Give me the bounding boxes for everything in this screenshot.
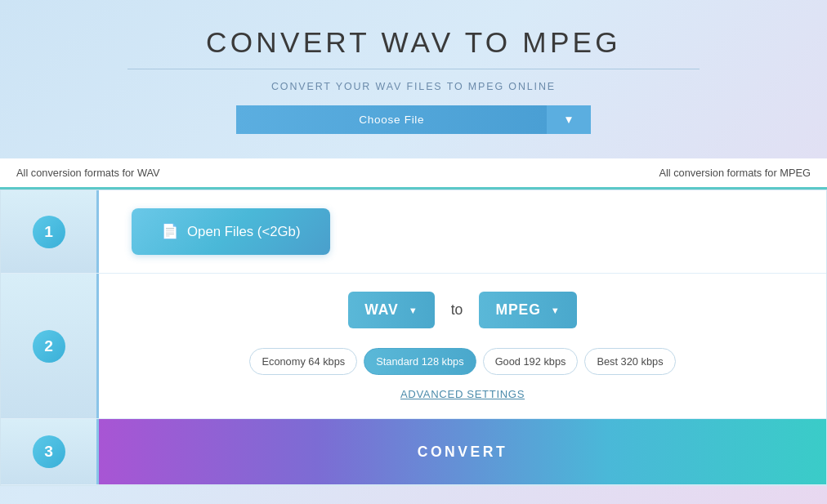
step-1-row: 1 📄 Open Files (<2Gb) (1, 190, 826, 274)
step-1-number-col: 1 (1, 190, 99, 273)
format-links-bar: All conversion formats for WAV All conve… (0, 158, 827, 190)
page-header: CONVERT WAV TO MPEG CONVERT YOUR WAV FIL… (0, 0, 827, 147)
steps-container: 1 📄 Open Files (<2Gb) 2 WAV ▼ to (0, 190, 827, 486)
conversion-row: WAV ▼ to MPEG ▼ (348, 292, 576, 328)
step-1-content: 📄 Open Files (<2Gb) (99, 190, 826, 273)
to-label: to (451, 301, 463, 319)
step-3-number-col: 3 (1, 419, 99, 484)
step-2-content: WAV ▼ to MPEG ▼ Economy 64 kbps Standard… (99, 274, 826, 418)
convert-button[interactable]: CONVERT (99, 419, 826, 484)
open-files-button[interactable]: 📄 Open Files (<2Gb) (132, 208, 330, 255)
quality-economy-button[interactable]: Economy 64 kbps (249, 348, 357, 375)
upload-bar: Choose File ▼ (16, 105, 811, 134)
step-3-content: CONVERT (99, 419, 826, 484)
quality-row: Economy 64 kbps Standard 128 kbps Good 1… (249, 348, 675, 375)
page-title: CONVERT WAV TO MPEG (16, 26, 811, 59)
step-2-row: 2 WAV ▼ to MPEG ▼ Economy 64 kbps Standa… (1, 274, 826, 419)
step-2-number-col: 2 (1, 274, 99, 418)
from-format-dropdown[interactable]: WAV ▼ (348, 292, 434, 328)
header-divider (127, 69, 700, 69)
to-format-dropdown[interactable]: MPEG ▼ (479, 292, 576, 328)
file-icon: 📄 (161, 223, 179, 240)
from-chevron-icon: ▼ (409, 306, 418, 315)
mpeg-formats-link[interactable]: All conversion formats for MPEG (659, 167, 811, 179)
upload-more-button[interactable]: ▼ (547, 105, 590, 134)
step-1-circle: 1 (33, 216, 65, 248)
step-3-circle: 3 (33, 435, 65, 468)
wav-formats-link[interactable]: All conversion formats for WAV (16, 167, 160, 179)
step-3-row: 3 CONVERT (1, 419, 826, 485)
page-subtitle: CONVERT YOUR WAV FILES TO MPEG ONLINE (16, 81, 811, 92)
to-chevron-icon: ▼ (551, 306, 561, 315)
quality-good-button[interactable]: Good 192 kbps (483, 348, 579, 375)
advanced-settings-link[interactable]: ADVANCED SETTINGS (400, 388, 525, 400)
quality-standard-button[interactable]: Standard 128 kbps (364, 348, 476, 375)
quality-best-button[interactable]: Best 320 kbps (584, 348, 675, 375)
step-2-circle: 2 (33, 330, 65, 363)
choose-file-button[interactable]: Choose File (236, 105, 547, 134)
